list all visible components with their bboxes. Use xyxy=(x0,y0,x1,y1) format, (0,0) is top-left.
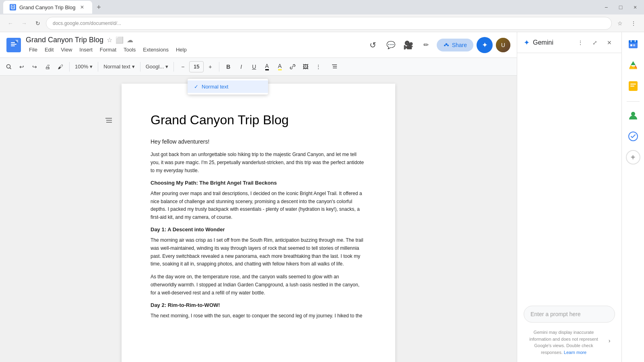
menu-file[interactable]: File xyxy=(26,45,41,54)
zoom-select[interactable]: 100% ▾ xyxy=(73,61,95,73)
doc-outline-icon[interactable] xyxy=(105,117,113,126)
doc-section2-body: The morning air was crisp as I set off f… xyxy=(151,237,366,268)
svg-rect-37 xyxy=(630,84,636,84)
redo-btn[interactable]: ↪ xyxy=(29,60,40,73)
svg-rect-38 xyxy=(630,86,634,86)
document-page: Grand Canyon Trip Blog Hey fellow advent… xyxy=(122,84,395,362)
menu-format[interactable]: Format xyxy=(97,45,120,54)
search-toolbar-btn[interactable] xyxy=(3,60,14,73)
docs-header-actions: ↺ 💬 🎥 ✏ Share ✦ U xyxy=(366,37,510,53)
close-button[interactable]: × xyxy=(630,2,641,13)
new-tab-button[interactable]: + xyxy=(93,2,104,13)
toolbar-divider-3 xyxy=(140,62,140,72)
docs-area: Grand Canyon Trip Blog ☆ ⬜ ☁ File Edit V… xyxy=(0,32,517,362)
browser-tab-active[interactable]: Grand Canyon Trip Blog ✕ xyxy=(3,1,92,14)
toolbar-divider-5 xyxy=(219,62,219,72)
calendar-icon[interactable] xyxy=(624,35,642,53)
address-bar[interactable]: docs.google.com/document/d/... xyxy=(46,17,612,30)
outline-btn[interactable] xyxy=(329,60,340,73)
format-dropdown: ✓ Normal text xyxy=(188,79,268,95)
meet-button[interactable]: 🎥 xyxy=(401,38,416,52)
font-select[interactable]: Googl... ▾ xyxy=(144,61,171,73)
gemini-prompt-input[interactable]: Enter a prompt here xyxy=(524,306,615,323)
menu-edit[interactable]: Edit xyxy=(41,45,57,54)
svg-point-11 xyxy=(447,45,449,46)
cloud-icon[interactable]: ☁ xyxy=(127,36,133,44)
check-icon: ✓ xyxy=(194,84,198,90)
image-btn[interactable]: 🖼 xyxy=(300,60,311,73)
add-app-button[interactable]: + xyxy=(626,150,640,165)
menu-insert[interactable]: Insert xyxy=(76,45,96,54)
browser-menu-button[interactable]: ⋮ xyxy=(628,18,639,29)
folder-icon[interactable]: ⬜ xyxy=(116,36,124,44)
sidebar-divider xyxy=(627,101,640,102)
italic-btn[interactable]: I xyxy=(235,60,247,73)
docs-content-area[interactable]: Grand Canyon Trip Blog Hey fellow advent… xyxy=(0,76,517,362)
menu-help[interactable]: Help xyxy=(173,45,190,54)
highlight-btn[interactable]: A xyxy=(274,60,285,73)
keep-icon[interactable] xyxy=(624,77,642,95)
share-label: Share xyxy=(452,42,467,48)
text-style-select[interactable]: Normal text ▾ xyxy=(101,61,136,73)
suggest-button[interactable]: ✏ xyxy=(419,38,433,52)
font-size-area: − 15 + xyxy=(177,60,216,73)
gemini-close-btn[interactable]: ✕ xyxy=(604,37,615,48)
docs-logo xyxy=(6,38,21,52)
gemini-expand-btn[interactable]: ⤢ xyxy=(589,37,601,48)
toolbar-divider-2 xyxy=(98,62,98,72)
docs-header: Grand Canyon Trip Blog ☆ ⬜ ☁ File Edit V… xyxy=(0,32,517,58)
toolbar-divider-1 xyxy=(69,62,70,72)
paint-format-btn[interactable]: 🖌 xyxy=(55,60,66,73)
bold-btn[interactable]: B xyxy=(223,60,234,73)
tab-title: Grand Canyon Trip Blog xyxy=(19,4,75,10)
star-icon[interactable]: ☆ xyxy=(107,36,112,44)
link-btn[interactable] xyxy=(287,60,298,73)
text-color-btn[interactable]: A xyxy=(261,60,272,73)
gemini-options-btn[interactable]: ⋮ xyxy=(575,37,586,48)
underline-btn[interactable]: U xyxy=(248,60,260,73)
doc-section2-body2: As the day wore on, the temperature rose… xyxy=(151,273,366,297)
browser-toolbar-actions: ☆ ⋮ xyxy=(614,18,639,29)
contacts-icon[interactable] xyxy=(624,107,642,124)
gemini-button[interactable]: ✦ xyxy=(477,37,493,53)
document-title: Grand Canyon Trip Blog xyxy=(26,36,103,44)
user-avatar[interactable]: U xyxy=(496,38,510,52)
doc-intro: Just got back from an unforgettable solo… xyxy=(151,151,366,175)
back-button[interactable]: ← xyxy=(5,18,16,29)
format-normal-text[interactable]: ✓ Normal text xyxy=(188,80,268,93)
svg-point-10 xyxy=(444,45,446,46)
tab-close-btn[interactable]: ✕ xyxy=(78,4,86,11)
forward-button[interactable]: → xyxy=(19,18,30,29)
maximize-button[interactable]: □ xyxy=(615,2,626,13)
undo-btn[interactable]: ↩ xyxy=(16,60,27,73)
docs-toolbar: ↩ ↪ 🖨 🖌 100% ▾ Normal text ▾ Googl... xyxy=(0,58,517,76)
increase-font-size-btn[interactable]: + xyxy=(204,60,216,73)
menu-tools[interactable]: Tools xyxy=(120,45,139,54)
print-btn[interactable]: 🖨 xyxy=(42,60,53,73)
docs-tab-icon xyxy=(10,4,16,10)
gemini-title: Gemini xyxy=(533,39,572,46)
learn-more-link[interactable]: Learn more xyxy=(564,350,586,355)
tasks-icon[interactable] xyxy=(624,128,642,145)
font-size-display[interactable]: 15 xyxy=(189,61,204,72)
menu-view[interactable]: View xyxy=(58,45,75,54)
reload-button[interactable]: ↻ xyxy=(32,18,43,29)
gemini-placeholder: Enter a prompt here xyxy=(530,311,581,317)
menu-extensions[interactable]: Extensions xyxy=(140,45,172,54)
decrease-font-size-btn[interactable]: − xyxy=(177,60,188,73)
more-toolbar-btn[interactable]: ⋮ xyxy=(313,60,324,73)
bookmark-button[interactable]: ☆ xyxy=(614,18,625,29)
doc-title: Grand Canyon Trip Blog xyxy=(151,113,366,128)
svg-rect-0 xyxy=(11,5,14,9)
share-button[interactable]: Share xyxy=(437,39,473,51)
history-button[interactable]: ↺ xyxy=(366,38,380,52)
browser-tabs: Grand Canyon Trip Blog ✕ + xyxy=(3,1,597,14)
docs-menu: File Edit View Insert Format Tools Exten… xyxy=(26,45,190,54)
browser-toolbar: ← → ↻ docs.google.com/document/d/... ☆ ⋮ xyxy=(0,14,644,32)
drive-icon[interactable] xyxy=(624,56,642,74)
gemini-expand-arrow[interactable]: › xyxy=(604,335,615,346)
doc-section2-heading: Day 1: A Descent into Wonder xyxy=(151,226,366,232)
comments-button[interactable]: 💬 xyxy=(384,38,398,52)
doc-section1-heading: Choosing My Path: The Bright Angel Trail… xyxy=(151,180,366,186)
minimize-button[interactable]: − xyxy=(601,2,612,13)
